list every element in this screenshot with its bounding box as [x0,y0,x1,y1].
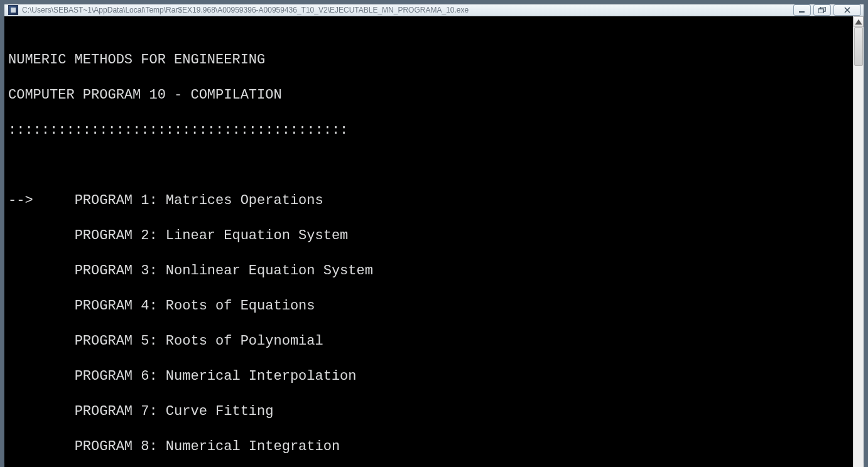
app-icon [8,5,18,15]
menu-item-7: PROGRAM 7: Curve Fitting [8,403,849,421]
titlebar[interactable]: C:\Users\SEBAST~1\AppData\Local\Temp\Rar… [4,4,864,16]
scroll-thumb[interactable] [854,27,863,66]
console-output[interactable]: NUMERIC METHODS FOR ENGINEERING COMPUTER… [4,16,853,467]
minimize-button[interactable] [793,4,811,16]
client-area: NUMERIC METHODS FOR ENGINEERING COMPUTER… [4,16,864,467]
blank-line [8,157,849,174]
menu-item-3: PROGRAM 3: Nonlinear Equation System [8,262,849,280]
close-button[interactable] [833,4,861,16]
menu-item-5: PROGRAM 5: Roots of Polynomial [8,333,849,350]
menu-item-2: PROGRAM 2: Linear Equation System [8,227,849,245]
vertical-scrollbar[interactable] [853,16,864,467]
chevron-up-icon [854,18,863,26]
scroll-track[interactable] [854,27,864,467]
maximize-icon [818,7,826,13]
menu-item-1: --> PROGRAM 1: Matrices Operations [8,192,849,210]
svg-rect-0 [799,11,805,13]
heading-line-1: NUMERIC METHODS FOR ENGINEERING [8,51,849,69]
menu-item-6: PROGRAM 6: Numerical Interpolation [8,368,849,385]
app-window: C:\Users\SEBAST~1\AppData\Local\Temp\Rar… [4,4,864,463]
menu-item-8: PROGRAM 8: Numerical Integration [8,438,849,456]
svg-rect-2 [818,9,823,13]
window-title: C:\Users\SEBAST~1\AppData\Local\Temp\Rar… [22,6,793,14]
scroll-up-button[interactable] [854,16,864,27]
minimize-icon [798,7,806,13]
svg-marker-5 [855,19,862,24]
menu-item-4: PROGRAM 4: Roots of Equations [8,298,849,315]
heading-line-2: COMPUTER PROGRAM 10 - COMPILATION [8,87,849,104]
close-icon [844,7,851,13]
separator-top: ::::::::::::::::::::::::::::::::::::::::… [8,122,849,139]
maximize-button[interactable] [813,4,831,16]
window-controls [793,4,861,16]
